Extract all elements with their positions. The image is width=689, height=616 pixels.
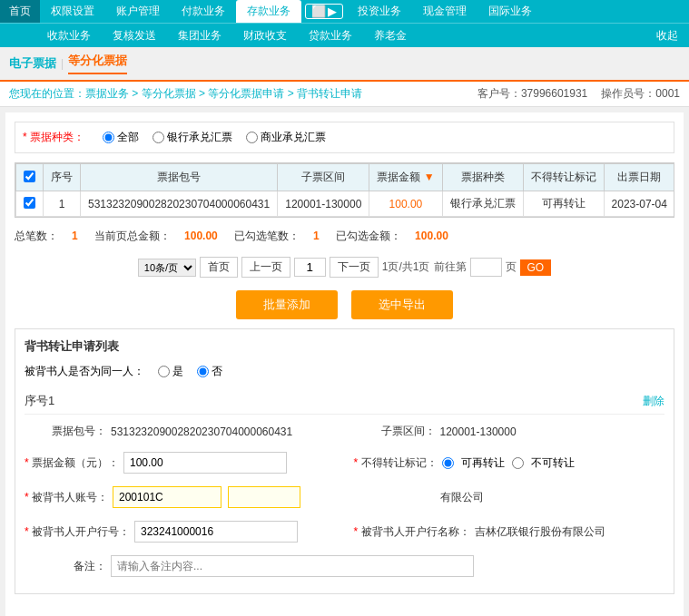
pagination-area: 10条/页20条/页50条/页 首页 上一页 下一页 1页/共1页 前往第 页 … [15,253,674,281]
endorsee-bank-name-row: 被背书人开户行名称： 吉林亿联银行股份有限公司 [354,521,665,543]
amount-row: 票据金额（元）： [25,452,336,474]
per-page-select[interactable]: 10条/页20条/页50条/页 [138,259,196,277]
th-issue-date: 出票日期 [604,164,674,191]
select-all-checkbox[interactable] [24,171,35,182]
filter-label: 票据种类： [23,130,84,145]
prev-page-btn[interactable]: 上一页 [241,257,290,278]
td-checkbox[interactable] [16,191,44,217]
endorsee-acct-extra-input[interactable] [228,486,300,508]
filter-commercial-radio[interactable] [246,132,258,143]
nav-loan[interactable]: 贷款业务 [298,24,363,47]
endorsee-acct-row: 被背书人账号： [25,486,336,508]
endorsee-name-value: 有限公司 [440,490,484,505]
endorsee-bank-no-row: 被背书人开户行号： [25,521,336,543]
go-prefix: 前往第 [434,259,467,275]
sub-range-row: 子票区间： 120001-130000 [354,424,665,439]
nav-deposit[interactable]: 存款业务 [236,0,301,23]
first-page-btn[interactable]: 首页 [200,257,238,278]
endorsee-same-row: 被背书人是否为同一人： 是 否 [25,364,664,379]
back-transfer-title: 背书转让申请列表 [25,338,664,355]
transfer-cannot-label: 不可转让 [531,455,575,471]
nav-fiscal[interactable]: 财政收支 [232,24,298,47]
endorsee-no-label: 否 [212,364,222,379]
nav-collection[interactable]: 收款业务 [36,24,102,47]
nav-review[interactable]: 复核发送 [102,24,167,47]
endorsee-acct-input[interactable] [113,486,221,508]
nav-collapse[interactable]: 收起 [645,24,689,47]
nav-media-controls[interactable]: ⬜ ▶ [305,4,343,19]
nav-investment[interactable]: 投资业务 [347,0,412,23]
endorsee-acct-label: 被背书人账号： [25,490,108,505]
seq-title: 序号1 [25,393,54,409]
go-suffix: 页 [506,259,517,275]
filter-bank[interactable]: 银行承兑汇票 [153,130,232,145]
table-row: 1 531323209002820230704000060431 120001-… [16,191,675,217]
endorsee-bank-no-input[interactable] [134,521,298,543]
go-page-input[interactable] [470,258,502,277]
endorsee-yes-radio[interactable] [158,366,170,377]
pkg-no-value: 531323209002820230704000060431 [111,425,292,438]
endorsee-bank-name-label: 被背书人开户行名称： [354,524,470,540]
transfer-cannot-radio[interactable] [512,457,524,469]
back-transfer-section: 背书转让申请列表 被背书人是否为同一人： 是 否 序号1 删除 票据包号 [15,328,674,594]
sub-nav-e-ticket[interactable]: 电子票据 [9,55,56,72]
th-sub-range: 子票区间 [278,164,369,191]
nav-international[interactable]: 国际业务 [477,0,543,23]
delete-link[interactable]: 删除 [643,394,664,409]
td-amount: 100.00 [369,191,442,217]
remark-label: 备注： [25,559,106,574]
operator-no: 操作员号：0001 [601,86,680,102]
go-btn[interactable]: GO [520,259,552,276]
endorsee-yes-option[interactable]: 是 [158,364,183,379]
transfer-can-radio[interactable] [442,457,454,469]
endorsee-no-radio[interactable] [197,366,209,377]
filter-row: 票据种类： 全部 银行承兑汇票 商业承兑汇票 [15,122,674,153]
th-transfer-mark: 不得转让标记 [523,164,604,191]
batch-add-btn[interactable]: 批量添加 [236,290,338,319]
transfer-mark-options: 可再转让 不可转让 [442,455,575,471]
nav-cash-mgmt[interactable]: 现金管理 [412,0,477,23]
transfer-mark-row: 不得转让标记： 可再转让 不可转让 [354,452,665,474]
amount-label: 票据金额（元）： [25,455,119,471]
row-checkbox[interactable] [24,197,35,209]
endorsee-no-option[interactable]: 否 [197,364,222,379]
breadcrumb-text: 您现在的位置：票据业务 > 等分化票据 > 等分化票据申请 > 背书转让申请 [9,87,362,100]
endorsee-bank-no-label: 被背书人开户行号： [25,524,130,540]
filter-commercial[interactable]: 商业承兑汇票 [246,130,326,145]
page-amount: 当前页总金额：100.00 [94,230,218,242]
amount-input[interactable] [123,452,287,474]
nav-group-biz[interactable]: 集团业务 [167,24,232,47]
total-pages: 1页/共1页 [382,259,430,275]
total-count: 总笔数：1 [15,230,78,242]
endorsee-same-label: 被背书人是否为同一人： [25,364,144,379]
td-pkg-no: 531323209002820230704000060431 [81,191,278,217]
endorsee-yes-label: 是 [172,364,183,379]
action-row: 批量添加 选中导出 [15,290,674,319]
summary-bar: 总笔数：1 当前页总金额：100.00 已勾选笔数：1 已勾选金额：100.00 [15,225,674,248]
nav-home[interactable]: 首页 [0,0,40,23]
endorsee-bank-name-value: 吉林亿联银行股份有限公司 [475,524,605,540]
transfer-mark-label: 不得转让标记： [354,455,438,471]
remark-row: 备注： [25,555,664,577]
nav-permissions[interactable]: 权限设置 [40,0,105,23]
filter-all-radio[interactable] [103,132,114,143]
remark-input[interactable] [111,555,474,577]
nav-pension[interactable]: 养老金 [363,24,418,47]
sub-nav-fractional[interactable]: 等分化票据 [68,53,127,74]
page-number-input[interactable] [294,258,326,277]
customer-no: 客户号：37996601931 [477,86,587,102]
endorsee-name-row: 有限公司 [354,486,665,508]
sub-navigation: 电子票据 | 等分化票据 [0,47,689,82]
select-export-btn[interactable]: 选中导出 [351,290,453,319]
nav-payment[interactable]: 付款业务 [171,0,236,23]
nav-account-mgmt[interactable]: 账户管理 [105,0,171,23]
sub-range-label: 子票区间： [354,424,436,439]
next-page-btn[interactable]: 下一页 [330,257,379,278]
td-transfer-mark: 可再转让 [523,191,604,217]
td-sub-range: 120001-130000 [278,191,369,217]
td-issue-date: 2023-07-04 [604,191,674,217]
sequence-1-block: 序号1 删除 票据包号： 531323209002820230704000060… [25,388,664,584]
filter-all[interactable]: 全部 [103,130,139,145]
checked-count: 已勾选笔数：1 [234,230,320,242]
filter-bank-radio[interactable] [153,132,164,143]
